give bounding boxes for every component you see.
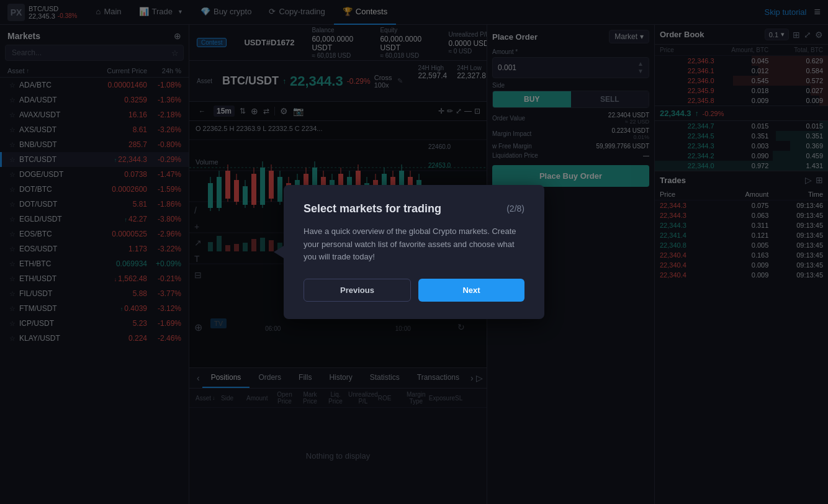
- modal-title-row: Select markets for trading (2/8): [304, 202, 524, 215]
- modal-title: Select markets for trading: [304, 202, 441, 215]
- modal-buttons: Previous Next: [304, 279, 524, 302]
- modal-next-button[interactable]: Next: [418, 279, 524, 302]
- modal-step: (2/8): [506, 204, 524, 214]
- modal-body: Have a quick overview of the global Cryp…: [304, 225, 524, 264]
- modal-previous-button[interactable]: Previous: [304, 279, 411, 302]
- tutorial-modal: Select markets for trading (2/8) Have a …: [284, 185, 544, 319]
- modal-arrow-indicator: [274, 246, 284, 258]
- modal-overlay[interactable]: Select markets for trading (2/8) Have a …: [0, 0, 828, 504]
